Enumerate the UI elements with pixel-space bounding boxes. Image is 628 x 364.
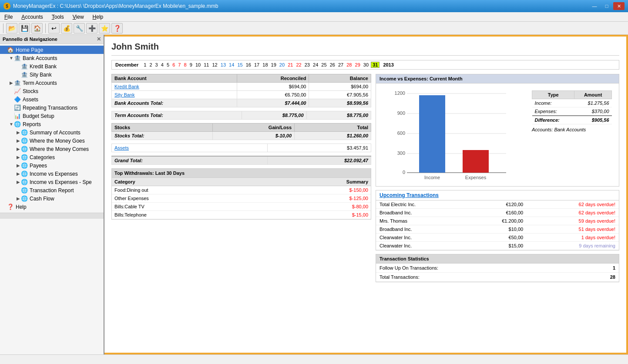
sidebar-item-help[interactable]: ❓Help bbox=[0, 203, 104, 211]
day-25[interactable]: 25 bbox=[320, 62, 329, 68]
day-1[interactable]: 1 bbox=[143, 62, 148, 68]
bank-account-link[interactable]: Sity Bank bbox=[114, 92, 134, 97]
day-30[interactable]: 30 bbox=[363, 62, 371, 68]
day-16[interactable]: 16 bbox=[245, 62, 253, 68]
svg-text:300: 300 bbox=[397, 150, 405, 156]
tree-icon-categories: 🌐 bbox=[21, 154, 28, 160]
menu-accounts[interactable]: Accounts bbox=[19, 13, 45, 21]
sidebar-item-income-expenses[interactable]: ▶🌐Income vs Expenses bbox=[0, 170, 104, 178]
day-18[interactable]: 18 bbox=[262, 62, 270, 68]
legend-accounts-value: Bank Accounts bbox=[554, 127, 586, 132]
day-22[interactable]: 22 bbox=[295, 62, 303, 68]
toolbar-favorites[interactable]: ⭐ bbox=[99, 23, 110, 33]
sidebar-item-reports[interactable]: ▼🌐Reports bbox=[0, 120, 104, 128]
day-21[interactable]: 21 bbox=[287, 62, 295, 68]
withdrawal-row: Bills:Cable TV$-80,00 bbox=[112, 203, 371, 211]
sidebar-close-button[interactable]: ✕ bbox=[97, 36, 101, 42]
assets-link[interactable]: Assets bbox=[114, 145, 129, 150]
upcoming-status: 9 days remaining bbox=[527, 242, 619, 250]
term-total-reconciled: $8.775,00 bbox=[242, 111, 306, 120]
toolbar-save[interactable]: 💾 bbox=[19, 23, 30, 33]
stats-title: Transaction Statistics bbox=[376, 254, 619, 264]
sidebar-item-sity-bank[interactable]: 🏦Sity Bank bbox=[0, 70, 104, 79]
tree-label-help: Help bbox=[16, 204, 27, 210]
toolbar-add[interactable]: ➕ bbox=[86, 23, 97, 33]
menu-tools[interactable]: Tools bbox=[49, 13, 67, 21]
toolbar-open[interactable]: 📂 bbox=[6, 23, 17, 33]
menu-help[interactable]: Help bbox=[90, 13, 106, 21]
tree-expand-term-accounts[interactable]: ▶ bbox=[9, 80, 14, 85]
sidebar-item-stocks[interactable]: 📈Stocks bbox=[0, 87, 104, 95]
sidebar-item-term-accounts[interactable]: ▶🏦Term Accounts bbox=[0, 79, 104, 87]
tree-expand-income-expenses-spe[interactable]: ▶ bbox=[16, 180, 21, 184]
tree-expand-income-expenses[interactable]: ▶ bbox=[16, 171, 21, 176]
tree-icon-stocks: 📈 bbox=[14, 88, 21, 94]
tree-expand-where-goes[interactable]: ▶ bbox=[16, 138, 21, 143]
tree-icon-help: ❓ bbox=[7, 204, 14, 210]
day-5[interactable]: 5 bbox=[166, 62, 171, 68]
sidebar-item-home[interactable]: 🏠Home Page bbox=[0, 46, 104, 54]
day-6[interactable]: 6 bbox=[171, 62, 177, 68]
day-17[interactable]: 17 bbox=[253, 62, 262, 68]
stats-label: Follow Up On Transactions: bbox=[376, 264, 581, 273]
close-button[interactable]: ✕ bbox=[613, 2, 625, 10]
day-3[interactable]: 3 bbox=[154, 62, 160, 68]
toolbar-back[interactable]: ↩ bbox=[48, 23, 60, 33]
minimize-button[interactable]: — bbox=[589, 2, 600, 10]
tree-expand-reports[interactable]: ▼ bbox=[9, 122, 14, 127]
sidebar-scrollbar[interactable] bbox=[0, 213, 104, 219]
day-23[interactable]: 23 bbox=[304, 62, 312, 68]
sidebar-item-bank-accounts[interactable]: ▼🏦Bank Accounts bbox=[0, 54, 104, 62]
day-19[interactable]: 19 bbox=[270, 62, 279, 68]
sidebar-item-kredit-bank[interactable]: 🏦Kredit Bank bbox=[0, 62, 104, 70]
toolbar-settings[interactable]: 🔧 bbox=[74, 23, 85, 33]
day-13[interactable]: 13 bbox=[220, 62, 228, 68]
sidebar-item-summary-accounts[interactable]: ▶🌐Summary of Accounts bbox=[0, 128, 104, 137]
legend-type: Income: bbox=[532, 99, 574, 107]
tree-expand-where-comes[interactable]: ▶ bbox=[16, 147, 21, 151]
day-26[interactable]: 26 bbox=[329, 62, 337, 68]
day-15[interactable]: 15 bbox=[236, 62, 245, 68]
sidebar-item-assets[interactable]: 🔷Assets bbox=[0, 95, 104, 104]
tree-expand-categories[interactable]: ▶ bbox=[16, 155, 21, 160]
day-29[interactable]: 29 bbox=[354, 62, 363, 68]
day-4[interactable]: 4 bbox=[160, 62, 166, 68]
day-2[interactable]: 2 bbox=[148, 62, 154, 68]
sidebar-item-payees[interactable]: ▶🌐Payees bbox=[0, 161, 104, 170]
sidebar-item-cash-flow[interactable]: ▶🌐Cash Flow bbox=[0, 194, 104, 203]
day-9[interactable]: 9 bbox=[189, 62, 195, 68]
day-12[interactable]: 12 bbox=[211, 62, 219, 68]
tree-expand-bank-accounts[interactable]: ▼ bbox=[9, 56, 14, 60]
sidebar-item-where-comes[interactable]: ▶🌐Where the Money Comes bbox=[0, 145, 104, 153]
menu-view[interactable]: View bbox=[70, 13, 87, 21]
menu-file[interactable]: File bbox=[2, 13, 15, 21]
bank-account-link[interactable]: Kredit Bank bbox=[114, 84, 139, 89]
day-20[interactable]: 20 bbox=[279, 62, 287, 68]
maximize-button[interactable]: □ bbox=[601, 2, 612, 10]
day-11[interactable]: 11 bbox=[203, 62, 211, 68]
sidebar-item-transaction-report[interactable]: 🌐Transaction Report bbox=[0, 186, 104, 194]
upcoming-title[interactable]: Upcoming Transactions bbox=[376, 190, 619, 200]
toolbar-help[interactable]: ❓ bbox=[111, 23, 123, 33]
day-24[interactable]: 24 bbox=[312, 62, 320, 68]
current-day[interactable]: 31 bbox=[371, 62, 379, 68]
sidebar-item-where-goes[interactable]: ▶🌐Where the Money Goes bbox=[0, 137, 104, 145]
sidebar-item-budget[interactable]: 📊Budget Setup bbox=[0, 112, 104, 120]
tree-label-payees: Payees bbox=[30, 163, 47, 169]
day-28[interactable]: 28 bbox=[346, 62, 354, 68]
sidebar-item-repeating[interactable]: 🔄Repeating Transactions bbox=[0, 104, 104, 112]
toolbar-home[interactable]: 🏠 bbox=[31, 23, 43, 33]
sidebar-item-income-expenses-spe[interactable]: ▶🌐Income vs Expenses - Spe bbox=[0, 178, 104, 186]
day-27[interactable]: 27 bbox=[337, 62, 346, 68]
day-10[interactable]: 10 bbox=[195, 62, 203, 68]
sidebar-item-categories[interactable]: ▶🌐Categories bbox=[0, 153, 104, 161]
toolbar-money[interactable]: 💰 bbox=[61, 23, 72, 33]
tree-expand-summary-accounts[interactable]: ▶ bbox=[16, 130, 21, 135]
tree-expand-payees[interactable]: ▶ bbox=[16, 163, 21, 168]
day-8[interactable]: 8 bbox=[183, 62, 189, 68]
day-14[interactable]: 14 bbox=[228, 62, 236, 68]
tree-icon-where-goes: 🌐 bbox=[21, 137, 28, 144]
upcoming-row: Broadband Inc.€160,0062 days overdue! bbox=[376, 209, 619, 217]
tree-expand-cash-flow[interactable]: ▶ bbox=[16, 196, 21, 201]
day-7[interactable]: 7 bbox=[177, 62, 183, 68]
